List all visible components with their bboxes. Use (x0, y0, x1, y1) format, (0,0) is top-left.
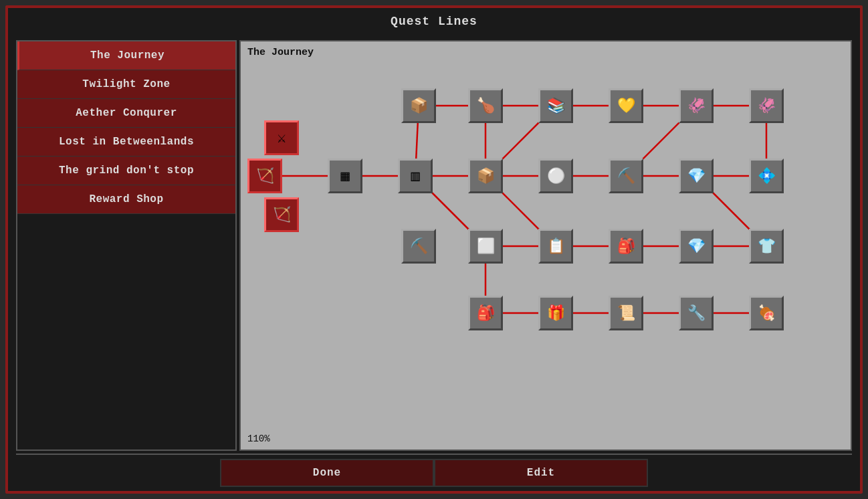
quest-node-n21[interactable]: 💎 (679, 229, 714, 264)
quest-node-n14[interactable]: 🎁 (538, 296, 573, 330)
quest-node-n25[interactable]: 🍖 (749, 296, 784, 330)
sidebar-item-2[interactable]: Aether Conqurer (17, 99, 235, 128)
quest-node-n12[interactable]: ⚪ (538, 159, 573, 193)
edit-button[interactable]: Edit (434, 459, 648, 487)
sidebar-item-4[interactable]: The grind don't stop (17, 157, 235, 185)
quest-area: The Journey 110% 🏹⚔️🏹▦▥📦🍗📦⬜🎒📚⚪📋🎁💛⛏️🎒📜🦑💎💎… (239, 40, 852, 451)
quest-node-n9[interactable]: ⬜ (468, 229, 503, 264)
quest-node-n23[interactable]: 💠 (749, 159, 784, 193)
quest-node-n20[interactable]: 💎 (679, 159, 714, 193)
quest-node-n15[interactable]: 💛 (609, 88, 643, 123)
sidebar-item-0[interactable]: The Journey (17, 41, 235, 70)
window-title: Quest Lines (8, 8, 860, 35)
main-content: The JourneyTwilight ZoneAether ConqurerL… (16, 40, 852, 451)
quest-node-n10[interactable]: 🎒 (468, 296, 503, 330)
quest-node-n6[interactable]: 📦 (401, 88, 436, 123)
title-text: Quest Lines (391, 15, 477, 28)
main-window: Quest Lines The JourneyTwilight ZoneAeth… (5, 5, 863, 494)
quest-node-n16[interactable]: ⛏️ (609, 159, 643, 193)
bottom-bar: Done Edit (16, 454, 852, 491)
quest-node-n4[interactable]: ▦ (328, 159, 362, 193)
quest-node-n11[interactable]: 📚 (538, 88, 573, 123)
sidebar-item-3[interactable]: Lost in Betweenlands (17, 128, 235, 157)
quest-node-n3[interactable]: 🏹 (264, 197, 299, 232)
quest-area-title: The Journey (247, 47, 314, 58)
quest-node-n13[interactable]: 📋 (538, 229, 573, 264)
quest-node-n18[interactable]: 📜 (609, 296, 643, 330)
quest-node-n17[interactable]: 🎒 (609, 229, 643, 264)
quest-node-n26[interactable]: ⛏️ (401, 229, 436, 264)
quest-node-n22[interactable]: 🔧 (679, 296, 714, 330)
quest-node-n2[interactable]: ⚔️ (264, 120, 299, 155)
sidebar: The JourneyTwilight ZoneAether ConqurerL… (16, 40, 237, 451)
quest-node-n27[interactable]: 🦑 (749, 88, 784, 123)
done-button[interactable]: Done (220, 459, 434, 487)
quest-node-n8[interactable]: 📦 (468, 159, 503, 193)
sidebar-item-1[interactable]: Twilight Zone (17, 70, 235, 99)
quest-node-n19[interactable]: 🦑 (679, 88, 714, 123)
quest-node-n1[interactable]: 🏹 (247, 159, 282, 193)
zoom-indicator: 110% (247, 433, 270, 444)
quest-node-n7[interactable]: 🍗 (468, 88, 503, 123)
quest-node-n5[interactable]: ▥ (398, 159, 433, 193)
sidebar-item-5[interactable]: Reward Shop (17, 185, 235, 214)
quest-node-n24[interactable]: 👕 (749, 229, 784, 264)
